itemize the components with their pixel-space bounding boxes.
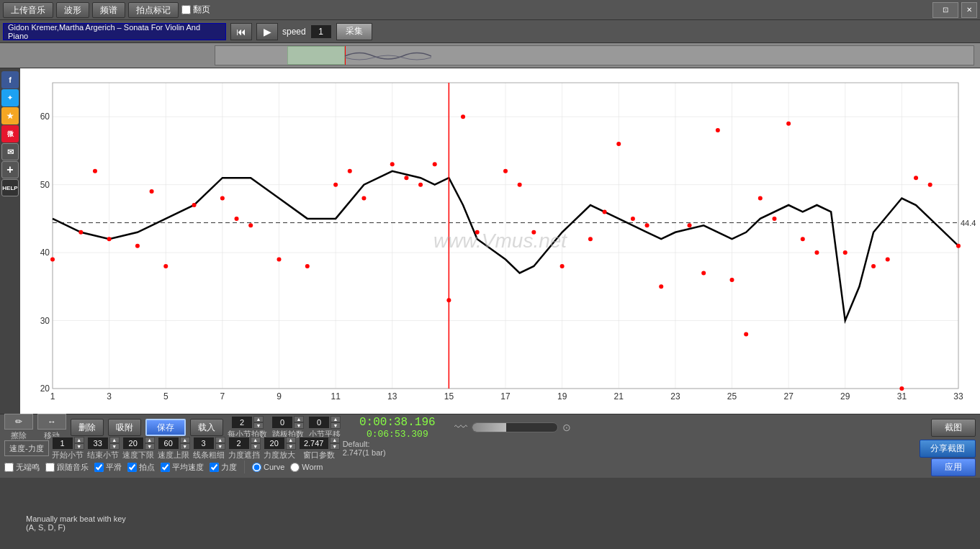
no-silence-checkbox-label[interactable]: 无端鸣 xyxy=(4,462,40,473)
absorb-btn[interactable]: 吸附 xyxy=(108,419,141,436)
progress-bar[interactable] xyxy=(472,422,558,432)
force-zoom-input[interactable] xyxy=(264,437,285,450)
beats-per-bar-up[interactable]: ▲ xyxy=(253,416,264,422)
beats-per-bar-down[interactable]: ▼ xyxy=(253,422,264,429)
avg-speed-checkbox-label[interactable]: 平均速度 xyxy=(161,462,204,473)
fanye-label: 翻页 xyxy=(193,4,210,16)
chart-container[interactable]: www.Vmus.net xyxy=(20,68,980,414)
speed-lower-input[interactable] xyxy=(122,437,144,450)
end-bar-down[interactable]: ▼ xyxy=(109,443,120,450)
force-zoom-down[interactable]: ▼ xyxy=(286,443,296,450)
plus-btn[interactable]: + xyxy=(1,161,19,178)
smooth-checkbox-label[interactable]: 平滑 xyxy=(94,462,122,473)
twitter-btn[interactable]: ✦ xyxy=(1,89,19,106)
beat-count-up[interactable]: ▲ xyxy=(294,416,304,422)
beat-marker-btn[interactable]: 拍点标记 xyxy=(128,2,179,18)
speed-label: speed xyxy=(282,27,306,37)
follow-music-checkbox-label[interactable]: 跟随音乐 xyxy=(45,462,89,473)
confirm-btn[interactable]: 采集 xyxy=(336,23,372,40)
apply-btn[interactable]: 应用 xyxy=(931,458,976,476)
start-bar-down[interactable]: ▼ xyxy=(74,443,84,450)
window-param-up[interactable]: ▲ xyxy=(330,437,340,443)
status-area: Manually mark beat with key (A, S, D, F) xyxy=(26,514,126,532)
beat-count-input[interactable] xyxy=(271,416,293,429)
erase-tool-btn[interactable]: ✏ xyxy=(4,414,33,430)
delete-btn[interactable]: 删除 xyxy=(71,419,104,436)
bar-skip-down[interactable]: ▼ xyxy=(331,422,341,429)
start-bar-input[interactable] xyxy=(52,437,73,450)
nav-play-btn[interactable]: ▶ xyxy=(256,23,278,40)
line-thickness-down[interactable]: ▼ xyxy=(215,443,225,450)
import-btn[interactable]: 载入 xyxy=(190,419,223,436)
follow-music-checkbox[interactable] xyxy=(45,463,55,472)
fanye-checkbox[interactable] xyxy=(181,5,191,14)
speed-upper-down[interactable]: ▼ xyxy=(180,443,190,450)
start-bar-up[interactable]: ▲ xyxy=(74,437,84,443)
speed-input[interactable] xyxy=(310,24,332,39)
spectrum-btn[interactable]: 频谱 xyxy=(92,2,125,18)
force-checkbox-label[interactable]: 力度 xyxy=(210,462,237,473)
force-smooth-label: 力度遮挡 xyxy=(228,450,260,460)
speed-upper-up[interactable]: ▲ xyxy=(180,437,190,443)
worm-radio-text: Worm xyxy=(302,463,323,471)
beats-per-bar-spinbox: ▲ ▼ xyxy=(231,416,264,429)
speed-lower-down[interactable]: ▼ xyxy=(145,443,155,450)
window-param-input[interactable] xyxy=(299,437,329,450)
fanye-checkbox-label[interactable]: 翻页 xyxy=(181,4,210,16)
share-btn[interactable]: 分享截图 xyxy=(920,440,976,458)
curve-radio[interactable] xyxy=(252,463,261,472)
waveform-area xyxy=(0,43,980,68)
force-zoom-label: 力度放大 xyxy=(264,450,295,460)
worm-radio[interactable] xyxy=(290,463,300,472)
move-tool-btn[interactable]: ↔ xyxy=(37,414,66,430)
bar-skip-up[interactable]: ▲ xyxy=(331,416,341,422)
curve-radio-label[interactable]: Curve xyxy=(252,463,284,472)
close-icon[interactable]: ✕ xyxy=(961,2,977,18)
track-name: Gidon Kremer,Martha Argerich – Sonata Fo… xyxy=(3,23,226,40)
no-silence-checkbox[interactable] xyxy=(4,463,14,472)
upload-music-btn[interactable]: 上传音乐 xyxy=(3,2,53,18)
screenshot-btn[interactable]: 截图 xyxy=(931,419,976,437)
weibo-btn[interactable]: 微 xyxy=(1,125,19,142)
line-thickness-up[interactable]: ▲ xyxy=(215,437,225,443)
help-btn[interactable]: HELP xyxy=(1,179,19,196)
beat-point-label: 拍点 xyxy=(139,462,155,473)
star-btn[interactable]: ★ xyxy=(1,107,19,124)
end-bar-input[interactable] xyxy=(87,437,109,450)
waveform-btn[interactable]: 波形 xyxy=(56,2,89,18)
bottom-row3: 无端鸣 跟随音乐 平滑 拍点 平均速度 力度 Curve Worm xyxy=(4,459,976,475)
window-icon[interactable]: ⊡ xyxy=(932,2,958,18)
force-checkbox[interactable] xyxy=(210,463,219,472)
worm-radio-label[interactable]: Worm xyxy=(290,463,323,472)
nav-prev-btn[interactable]: ⏮ xyxy=(230,23,252,40)
beat-point-checkbox-label[interactable]: 拍点 xyxy=(127,462,155,473)
beat-count-down[interactable]: ▼ xyxy=(294,422,304,429)
top-toolbar: 上传音乐 波形 频谱 拍点标记 翻页 ⊡ ✕ xyxy=(0,0,980,20)
line-thickness-label: 线条粗细 xyxy=(193,450,225,460)
bottom-row1: ✏ 擦除 ↔ 移动 删除 吸附 保存 载入 ▲ ▼ 每小节拍数 xyxy=(4,417,976,437)
speed-lower-label: 速度下限 xyxy=(122,450,154,460)
default-val: 2.747(1 bar) xyxy=(343,448,386,457)
smooth-checkbox[interactable] xyxy=(94,463,104,472)
force-smooth-up[interactable]: ▲ xyxy=(251,437,261,443)
end-bar-up[interactable]: ▲ xyxy=(109,437,120,443)
beats-per-bar-input[interactable] xyxy=(231,416,253,429)
mail-btn[interactable]: ✉ xyxy=(1,143,19,160)
waveform-container[interactable] xyxy=(215,45,974,65)
bar-skip-input[interactable] xyxy=(308,416,330,429)
apply-btn-area: 应用 xyxy=(931,458,976,476)
avg-speed-checkbox[interactable] xyxy=(161,463,170,472)
force-smooth-input[interactable] xyxy=(228,437,250,450)
line-thickness-input[interactable] xyxy=(193,437,215,450)
speed-upper-label: 速度上限 xyxy=(158,450,189,460)
window-param-down[interactable]: ▼ xyxy=(330,443,340,450)
force-label: 力度 xyxy=(221,462,237,473)
beat-point-checkbox[interactable] xyxy=(127,463,137,472)
force-smooth-down[interactable]: ▼ xyxy=(251,443,261,450)
force-zoom-up[interactable]: ▲ xyxy=(286,437,296,443)
save-btn[interactable]: 保存 xyxy=(145,419,186,436)
speed-upper-input[interactable] xyxy=(158,437,179,450)
speed-lower-up[interactable]: ▲ xyxy=(145,437,155,443)
default-label: Default: xyxy=(343,440,386,448)
facebook-btn[interactable]: f xyxy=(1,71,19,89)
